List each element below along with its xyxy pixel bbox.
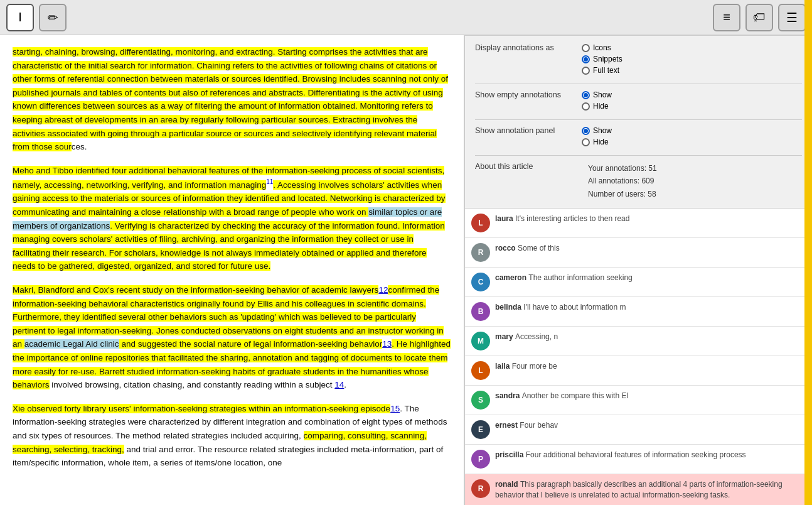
settings-panel: Display annotations as Icons Snippets Fu… [465, 35, 812, 209]
avatar: P [471, 450, 490, 469]
empty-show-label: Show [593, 90, 612, 99]
highlight-p3-social: and suggested the social nature of legal… [119, 339, 383, 349]
avatar: E [471, 420, 490, 439]
show-panel-row: Show annotation panel Show Hide [475, 126, 802, 146]
avatar: L [471, 214, 490, 232]
annotation-content: mary Accessing, n [495, 332, 806, 342]
cursor-tool-button[interactable]: I [6, 4, 34, 31]
empty-hide-radio[interactable] [582, 102, 590, 111]
annotation-item[interactable]: Bbelinda I'll have to about information … [465, 297, 812, 327]
annotation-item[interactable]: Llaura It's interesting articles to then… [465, 209, 812, 238]
display-icons-radio[interactable] [582, 44, 590, 52]
pencil-tool-button[interactable]: ✏ [39, 4, 67, 31]
toolbar: I ✏ ≡ 🏷 ☰ [0, 0, 812, 35]
highlight-p3-makri: Makri, Blandford and Cox's recent study … [13, 285, 378, 295]
display-fulltext-radio[interactable] [582, 67, 590, 75]
annotation-text: Four additional behavioral features of i… [526, 450, 746, 459]
divider-3 [475, 155, 802, 156]
annotation-username: sandra [495, 391, 522, 400]
annotation-item[interactable]: Llaila Four more be [465, 356, 812, 386]
annotation-item[interactable]: Eernest Four behav [465, 415, 812, 445]
annotation-username: belinda [495, 303, 523, 312]
empty-hide-option[interactable]: Hide [582, 102, 612, 111]
annotation-text: Four more be [512, 362, 557, 371]
panel-show-label: Show [593, 126, 612, 135]
footnote-13[interactable]: 13 [382, 339, 392, 349]
panel-hide-option[interactable]: Hide [582, 138, 612, 146]
footnote-15[interactable]: 15 [390, 404, 400, 413]
annotation-text: Accessing, n [515, 332, 558, 341]
document-icon: ≡ [723, 10, 730, 24]
footnote-11[interactable]: 11 [266, 178, 273, 185]
panel-show-option[interactable]: Show [582, 126, 612, 135]
tag-icon: 🏷 [753, 10, 766, 24]
annotation-item[interactable]: Rronald This paragraph basically describ… [465, 474, 812, 505]
document-tool-button[interactable]: ≡ [713, 4, 740, 31]
pencil-icon: ✏ [48, 10, 58, 25]
display-icons-label: Icons [593, 43, 611, 52]
divider-1 [475, 84, 802, 84]
annotation-username: cameron [495, 273, 528, 282]
annotation-username: mary [495, 332, 515, 341]
annotation-item[interactable]: Rrocco Some of this [465, 238, 812, 268]
display-annotations-row: Display annotations as Icons Snippets Fu… [475, 43, 802, 75]
display-fulltext-option[interactable]: Full text [582, 66, 622, 75]
menu-button[interactable]: ☰ [778, 4, 806, 31]
annotation-username: laila [495, 362, 512, 371]
annotation-text: Four behav [520, 421, 558, 430]
show-panel-label: Show annotation panel [475, 126, 575, 135]
annotation-content: ernest Four behav [495, 420, 806, 431]
about-article-row: About this article Your annotations: 51 … [475, 162, 802, 200]
annotation-text: Some of this [518, 244, 560, 253]
panel-show-radio[interactable] [582, 127, 590, 135]
avatar: M [471, 332, 490, 350]
display-snippets-option[interactable]: Snippets [582, 55, 622, 63]
annotation-username: ronald [495, 480, 520, 489]
empty-show-option[interactable]: Show [582, 90, 612, 99]
empty-show-radio[interactable] [582, 91, 590, 99]
show-empty-row: Show empty annotations Show Hide [475, 90, 802, 111]
display-snippets-radio[interactable] [582, 55, 590, 63]
show-empty-label: Show empty annotations [475, 90, 575, 99]
about-stats: Your annotations: 51 All annotations: 60… [588, 162, 657, 200]
annotation-content: ronald This paragraph basically describe… [495, 479, 806, 501]
annotation-text: Another be compare this with El [522, 391, 628, 400]
annotation-item[interactable]: Ssandra Another be compare this with El [465, 386, 812, 415]
menu-icon: ☰ [786, 10, 798, 25]
highlight-p1-start: starting, chaining, browsing, differenti… [13, 47, 448, 151]
annotation-text: This paragraph basically describes an ad… [495, 480, 783, 499]
annotation-username: priscilla [495, 450, 526, 459]
document-area[interactable]: starting, chaining, browsing, differenti… [0, 35, 464, 505]
display-icons-option[interactable]: Icons [582, 43, 622, 52]
paragraph-4: Xie observed forty library users' inform… [13, 402, 451, 470]
annotation-username: laura [495, 214, 515, 223]
annotations-list[interactable]: Llaura It's interesting articles to then… [465, 209, 812, 505]
annotation-content: laura It's interesting articles to then … [495, 214, 806, 224]
empty-hide-label: Hide [593, 102, 609, 111]
display-snippets-label: Snippets [593, 55, 622, 63]
annotation-content: belinda I'll have to about information m [495, 302, 806, 313]
avatar: R [471, 479, 490, 498]
footnote-12[interactable]: 12 [378, 285, 388, 295]
tag-tool-button[interactable]: 🏷 [745, 4, 773, 31]
avatar: B [471, 302, 490, 321]
footnote-14[interactable]: 14 [334, 380, 344, 389]
yellow-edge-bar [804, 0, 812, 505]
panel-hide-radio[interactable] [582, 138, 590, 146]
panel-options: Show Hide [582, 126, 612, 146]
annotation-content: rocco Some of this [495, 243, 806, 254]
annotation-text: It's interesting articles to then read [515, 214, 629, 223]
highlight-p4-xie: Xie observed forty library users' inform… [13, 404, 390, 413]
divider-2 [475, 119, 802, 120]
annotation-content: laila Four more be [495, 361, 806, 372]
paragraph-2: Meho and Tibbo identified four additiona… [13, 164, 451, 273]
annotation-item[interactable]: Mmary Accessing, n [465, 327, 812, 356]
paragraph-1: starting, chaining, browsing, differenti… [13, 45, 451, 154]
display-fulltext-label: Full text [593, 66, 619, 75]
annotation-item[interactable]: Ppriscilla Four additional behavioral fe… [465, 445, 812, 474]
annotation-item[interactable]: Ccameron The author information seeking [465, 268, 812, 297]
num-users-stat: Number of users: 58 [588, 188, 657, 200]
empty-options: Show Hide [582, 90, 612, 111]
annotation-username: rocco [495, 244, 518, 253]
annotation-content: cameron The author information seeking [495, 273, 806, 283]
